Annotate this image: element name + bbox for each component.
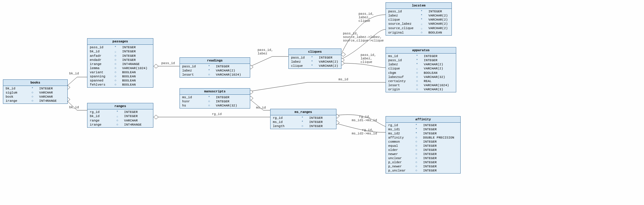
column-key: ○ <box>28 99 37 103</box>
column-key: ○ <box>413 71 421 75</box>
svg-text:pass_id,labez,clique: pass_id,labez,clique <box>361 53 376 64</box>
column-type: VARCHAR(1024) <box>421 83 456 87</box>
column-key: * <box>28 86 37 91</box>
column-key: ○ <box>413 75 421 79</box>
column-type: BOOLEAN <box>426 31 452 35</box>
column-type: INTEGER <box>421 164 460 169</box>
svg-text:rg_id,ms_id2->ms_id: rg_id,ms_id2->ms_id <box>352 128 377 135</box>
table-body: rg_id*INTEGERms_id*INTEGERlength○INTEGER <box>270 115 336 129</box>
column-key: ○ <box>28 95 37 99</box>
column-key: ○ <box>417 31 426 35</box>
column-type: VARCHAR(1024) <box>213 73 250 77</box>
column-key: ○ <box>111 58 120 62</box>
column-key: * <box>111 45 120 49</box>
column-type: INTEGER <box>307 124 336 128</box>
column-key: ○ <box>412 156 421 160</box>
column-type: VARCHAR(32) <box>213 104 250 108</box>
column-type: INTEGER <box>120 58 153 62</box>
column-name: book <box>3 95 28 99</box>
column-type: BOOLEAN <box>421 71 456 75</box>
column-type: DOUBLE PRECISION <box>421 136 460 140</box>
column-type: VARCHAR(32) <box>421 75 456 79</box>
column-key: * <box>308 56 316 60</box>
column-name: range <box>87 119 113 123</box>
table-passages: passages pass_id*INTEGERbk_id☆INTEGERanf… <box>87 38 153 88</box>
column-key: ○ <box>412 169 421 173</box>
column-key: ☆ <box>417 26 426 31</box>
column-key: * <box>113 110 122 114</box>
column-type: INTEGER <box>421 58 456 62</box>
column-key: * <box>417 9 426 14</box>
column-type: INTEGER <box>421 127 460 131</box>
column-key: ○ <box>205 104 213 108</box>
column-name: cbgm <box>386 71 413 75</box>
column-name: length <box>270 124 298 128</box>
column-name: hs <box>180 104 205 108</box>
column-type: BOOLEAN <box>120 83 153 87</box>
table-title: cliques <box>289 49 341 55</box>
column-name: rg_id <box>386 123 412 127</box>
column-key: ○ <box>413 87 421 91</box>
column-key: * <box>205 95 213 99</box>
column-type: INTEGER <box>421 156 460 160</box>
column-type: VARCHAR(2) <box>426 26 452 31</box>
table-cliques: cliques pass_id*INTEGERlabez*VARCHAR(2)c… <box>288 49 341 69</box>
column-key: * <box>412 131 421 136</box>
column-key: ○ <box>205 73 213 77</box>
table-readings: readings pass_id*INTEGERlabez*VARCHAR(2)… <box>180 57 250 78</box>
table-title: manuscripts <box>180 89 250 95</box>
svg-text:pass_id,labez: pass_id,labez <box>258 48 273 55</box>
column-type: VARCHAR <box>122 119 153 123</box>
column-type: INTEGER <box>421 169 460 173</box>
column-key: ○ <box>412 140 421 144</box>
column-name: lemma <box>87 66 111 70</box>
table-body: rg_id*INTEGERms_id1*INTEGERms_id2*INTEGE… <box>386 123 460 173</box>
table-body: pass_id*INTEGERlabez*VARCHAR(2)lesart○VA… <box>180 64 250 77</box>
column-type: INT4RANGE <box>37 99 67 103</box>
er-edges: bk_id bk_id pass_id rg_id pass_id,labez … <box>0 0 644 205</box>
column-type: INTEGER <box>120 45 153 49</box>
column-key: * <box>417 18 426 22</box>
column-type: INTEGER <box>421 123 460 127</box>
column-type: VARCHAR(3) <box>421 87 456 91</box>
column-name: pass_id <box>386 9 417 14</box>
edge-label: bk_id <box>69 106 79 109</box>
column-name: siglum <box>3 91 28 95</box>
column-type: BOOLEAN <box>120 79 153 83</box>
column-name: rg_id <box>270 116 298 120</box>
svg-text:rg_id,ms_id1->ms_id: rg_id,ms_id1->ms_id <box>352 115 377 122</box>
column-name: lesart <box>386 83 413 87</box>
column-name: pass_id <box>386 58 413 62</box>
column-key: ☆ <box>413 66 421 71</box>
column-name: bk_id <box>3 86 28 91</box>
column-key: * <box>308 60 316 64</box>
column-key: * <box>413 58 421 62</box>
column-type: REAL <box>421 79 456 83</box>
column-name: labez <box>180 69 205 73</box>
column-key: ○ <box>111 54 120 58</box>
column-name: labezsuf <box>386 75 413 79</box>
column-key: ○ <box>113 119 122 123</box>
svg-marker-8 <box>341 52 346 56</box>
column-key: ○ <box>28 91 37 95</box>
column-type: INTEGER <box>421 144 460 148</box>
column-key: ○ <box>412 152 421 156</box>
column-key: ☆ <box>417 22 426 26</box>
column-key: ○ <box>412 164 421 169</box>
column-type: INTEGER <box>37 86 67 91</box>
table-affinity: affinity rg_id*INTEGERms_id1*INTEGERms_i… <box>386 116 461 174</box>
column-name: ms_id <box>180 95 205 99</box>
column-name: pass_id <box>87 45 111 49</box>
column-type: INTEGER <box>426 9 452 14</box>
column-key: ○ <box>413 79 421 83</box>
column-name: irange <box>87 62 111 66</box>
svg-text:pass_id,labez,clique: pass_id,labez,clique <box>358 12 374 23</box>
column-name: p_unclear <box>386 169 412 173</box>
column-name: clique <box>386 66 413 71</box>
column-key: * <box>413 62 421 66</box>
table-title: ranges <box>87 103 153 109</box>
column-type: VARCHAR(2) <box>316 64 341 68</box>
column-name: source_labez <box>386 22 417 26</box>
column-name: bk_id <box>87 114 113 119</box>
column-key: ○ <box>111 83 120 87</box>
